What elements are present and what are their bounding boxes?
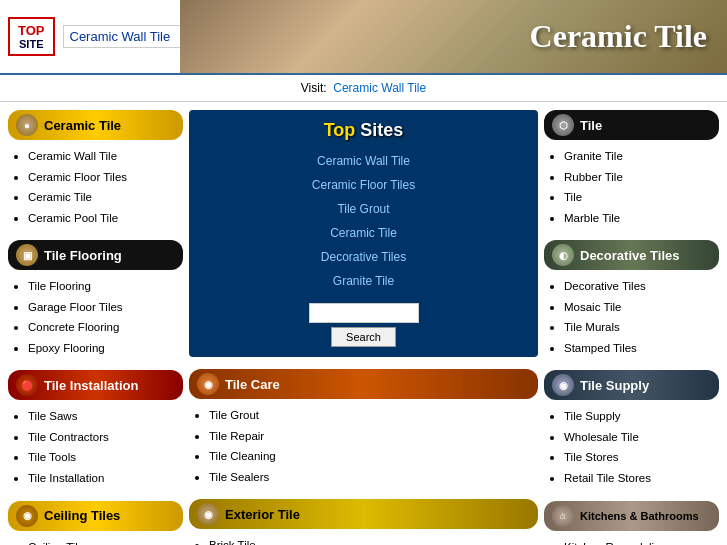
- ceramic-tile-link[interactable]: Ceramic Tile: [28, 191, 92, 203]
- tile-flooring-link[interactable]: Tile Flooring: [28, 280, 91, 292]
- logo-site-text: SITE: [19, 38, 43, 50]
- topsites-link-3[interactable]: Tile Grout: [199, 197, 528, 221]
- tile-tools-link[interactable]: Tile Tools: [28, 451, 76, 463]
- list-item: Tile Installation: [28, 468, 183, 489]
- tile-link[interactable]: Tile: [564, 191, 582, 203]
- list-item: Tile Contractors: [28, 427, 183, 448]
- right-column: ⬡ Tile Granite Tile Rubber Tile Tile Mar…: [544, 110, 719, 545]
- epoxy-flooring-link[interactable]: Epoxy Flooring: [28, 342, 105, 354]
- stamped-tiles-link[interactable]: Stamped Tiles: [564, 342, 637, 354]
- list-item: Retail Tile Stores: [564, 468, 719, 489]
- wholesale-tile-link[interactable]: Wholesale Tile: [564, 431, 639, 443]
- topsites-link-6[interactable]: Granite Tile: [199, 269, 528, 293]
- banner-title: Ceramic Tile: [530, 18, 707, 55]
- tile-stores-link[interactable]: Tile Stores: [564, 451, 619, 463]
- section-tile: ⬡ Tile Granite Tile Rubber Tile Tile Mar…: [544, 110, 719, 228]
- garage-floor-tiles-link[interactable]: Garage Floor Tiles: [28, 301, 123, 313]
- topsites-sites: Sites: [360, 120, 403, 140]
- tile-repair-link[interactable]: Tile Repair: [209, 430, 264, 442]
- section-decorative-tiles: ◐ Decorative Tiles Decorative Tiles Mosa…: [544, 240, 719, 358]
- exterior-tile-title: Exterior Tile: [225, 507, 300, 522]
- tile-murals-link[interactable]: Tile Murals: [564, 321, 620, 333]
- topsites-search-button[interactable]: Search: [331, 327, 396, 347]
- topsites-top: Top: [324, 120, 356, 140]
- tile-flooring-title: Tile Flooring: [44, 248, 122, 263]
- ceiling-tiles-link[interactable]: Ceiling Tiles: [28, 541, 90, 545]
- section-header-ceiling-tiles: ◉ Ceiling Tiles: [8, 501, 183, 531]
- section-header-tile-installation: 🔴 Tile Installation: [8, 370, 183, 400]
- topsites-link-1[interactable]: Ceramic Wall Tile: [199, 149, 528, 173]
- topsites-header: Top Sites: [199, 120, 528, 141]
- list-item: Tile Flooring: [28, 276, 183, 297]
- brick-tile-link[interactable]: Brick Tile: [209, 539, 256, 545]
- tile-care-icon: ◉: [197, 373, 219, 395]
- tile-cleaning-link[interactable]: Tile Cleaning: [209, 450, 276, 462]
- list-item: Tile Sealers: [209, 467, 538, 488]
- tile-sealers-link[interactable]: Tile Sealers: [209, 471, 269, 483]
- tile-contractors-link[interactable]: Tile Contractors: [28, 431, 109, 443]
- marble-tile-link[interactable]: Marble Tile: [564, 212, 620, 224]
- tile-list: Granite Tile Rubber Tile Tile Marble Til…: [544, 146, 719, 228]
- mosaic-tile-link[interactable]: Mosaic Tile: [564, 301, 622, 313]
- list-item: Decorative Tiles: [564, 276, 719, 297]
- list-item: Tile Repair: [209, 426, 538, 447]
- section-tile-installation: 🔴 Tile Installation Tile Saws Tile Contr…: [8, 370, 183, 488]
- header: TOP SITE Ceramic Tile: [0, 0, 727, 75]
- section-tile-supply: ◉ Tile Supply Tile Supply Wholesale Tile…: [544, 370, 719, 488]
- tile-installation-list: Tile Saws Tile Contractors Tile Tools Ti…: [8, 406, 183, 488]
- tile-supply-list: Tile Supply Wholesale Tile Tile Stores R…: [544, 406, 719, 488]
- section-exterior-tile: ◉ Exterior Tile Brick Tile Pebble Tiles …: [189, 499, 538, 545]
- tile-installation-icon: 🔴: [16, 374, 38, 396]
- list-item: Ceramic Pool Tile: [28, 208, 183, 229]
- section-header-kitchens-bathrooms: ⌂ Kitchens & Bathrooms: [544, 501, 719, 531]
- topsites-link-5[interactable]: Decorative Tiles: [199, 245, 528, 269]
- decorative-tiles-list: Decorative Tiles Mosaic Tile Tile Murals…: [544, 276, 719, 358]
- ceramic-tile-title: Ceramic Tile: [44, 118, 121, 133]
- tile-supply-icon: ◉: [552, 374, 574, 396]
- ceiling-tiles-list: Ceiling Tiles Vinyl Ceiling Tiles Tin Ce…: [8, 537, 183, 545]
- tile-supply-link[interactable]: Tile Supply: [564, 410, 620, 422]
- tile-icon: ⬡: [552, 114, 574, 136]
- header-title-input[interactable]: [63, 25, 183, 48]
- tile-saws-link[interactable]: Tile Saws: [28, 410, 77, 422]
- concrete-flooring-link[interactable]: Concrete Flooring: [28, 321, 119, 333]
- rubber-tile-link[interactable]: Rubber Tile: [564, 171, 623, 183]
- center-column: Top Sites Ceramic Wall Tile Ceramic Floo…: [189, 110, 538, 545]
- granite-tile-link[interactable]: Granite Tile: [564, 150, 623, 162]
- topsites-link-4[interactable]: Ceramic Tile: [199, 221, 528, 245]
- tile-care-title: Tile Care: [225, 377, 280, 392]
- topsites-search-input[interactable]: [309, 303, 419, 323]
- kitchen-remodeling-link[interactable]: Kitchen Remodeling: [564, 541, 667, 545]
- section-header-ceramic-tile: ● Ceramic Tile: [8, 110, 183, 140]
- kitchens-bathrooms-icon: ⌂: [552, 505, 574, 527]
- tile-installation-title: Tile Installation: [44, 378, 138, 393]
- section-tile-flooring: ▣ Tile Flooring Tile Flooring Garage Flo…: [8, 240, 183, 358]
- topsites-link-2[interactable]: Ceramic Floor Tiles: [199, 173, 528, 197]
- visit-link[interactable]: Ceramic Wall Tile: [333, 81, 426, 95]
- section-header-tile-flooring: ▣ Tile Flooring: [8, 240, 183, 270]
- section-ceramic-tile: ● Ceramic Tile Ceramic Wall Tile Ceramic…: [8, 110, 183, 228]
- ceiling-tiles-title: Ceiling Tiles: [44, 508, 120, 523]
- section-header-tile: ⬡ Tile: [544, 110, 719, 140]
- tile-installation-link[interactable]: Tile Installation: [28, 472, 104, 484]
- list-item: Marble Tile: [564, 208, 719, 229]
- ceramic-pool-tile-link[interactable]: Ceramic Pool Tile: [28, 212, 118, 224]
- list-item: Wholesale Tile: [564, 427, 719, 448]
- section-ceiling-tiles: ◉ Ceiling Tiles Ceiling Tiles Vinyl Ceil…: [8, 501, 183, 545]
- list-item: Epoxy Flooring: [28, 338, 183, 359]
- list-item: Tile Cleaning: [209, 446, 538, 467]
- tile-care-list: Tile Grout Tile Repair Tile Cleaning Til…: [189, 405, 538, 487]
- tile-supply-title: Tile Supply: [580, 378, 649, 393]
- retail-tile-stores-link[interactable]: Retail Tile Stores: [564, 472, 651, 484]
- ceramic-wall-tile-link[interactable]: Ceramic Wall Tile: [28, 150, 117, 162]
- ceramic-floor-tiles-link[interactable]: Ceramic Floor Tiles: [28, 171, 127, 183]
- tile-grout-link[interactable]: Tile Grout: [209, 409, 259, 421]
- list-item: Mosaic Tile: [564, 297, 719, 318]
- kitchens-bathrooms-list: Kitchen Remodeling Tile Showers Bathroom…: [544, 537, 719, 545]
- exterior-tile-icon: ◉: [197, 503, 219, 525]
- logo-top-text: TOP: [18, 23, 45, 38]
- decorative-tiles-link[interactable]: Decorative Tiles: [564, 280, 646, 292]
- section-header-tile-care: ◉ Tile Care: [189, 369, 538, 399]
- header-logo-area: TOP SITE: [0, 9, 180, 64]
- list-item: Ceramic Tile: [28, 187, 183, 208]
